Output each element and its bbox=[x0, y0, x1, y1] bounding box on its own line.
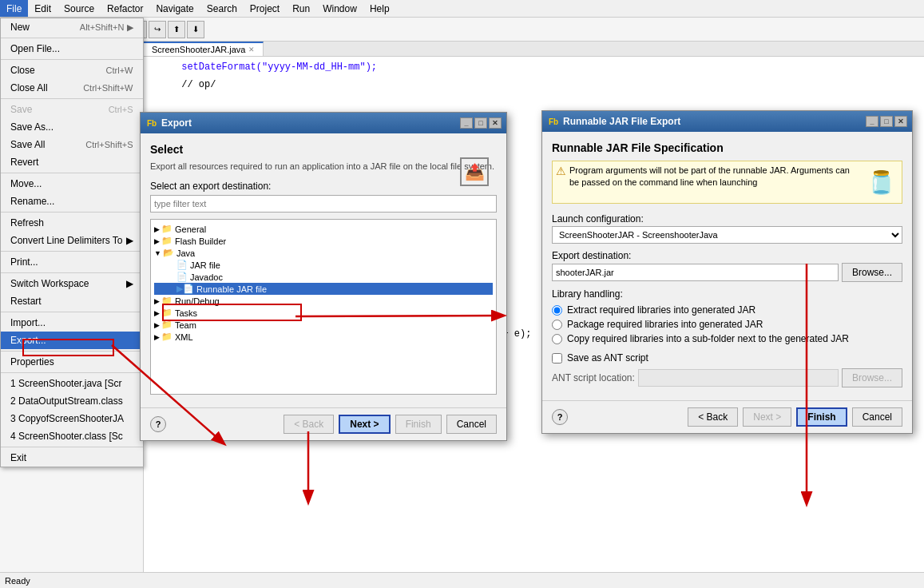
tree-item-team[interactable]: ▶📁Team bbox=[154, 319, 493, 331]
browse-dest-btn[interactable]: Browse... bbox=[842, 263, 902, 282]
menu-file[interactable]: File bbox=[0, 0, 28, 17]
jar-dialog-header: Runnable JAR File Specification bbox=[552, 141, 902, 154]
export-titlebar-controls: _ □ ✕ bbox=[460, 117, 502, 129]
menu-rename[interactable]: Rename... bbox=[1, 193, 143, 210]
menu-close[interactable]: Close Ctrl+W bbox=[1, 62, 143, 79]
jar-warning-text: Program arguments will not be part of th… bbox=[569, 165, 857, 189]
radio-package-input[interactable] bbox=[552, 320, 562, 330]
menu-move[interactable]: Move... bbox=[1, 175, 143, 193]
tree-item-xml[interactable]: ▶📁XML bbox=[154, 331, 493, 343]
menu-recent-2[interactable]: 2 DataOutputStream.class bbox=[1, 392, 143, 410]
radio-copy-input[interactable] bbox=[552, 334, 562, 344]
filter-row: Select an export destination: bbox=[150, 181, 497, 213]
menubar: File Edit Source Refactor Navigate Searc… bbox=[0, 0, 924, 18]
radio-copy-label: Copy required libraries into a sub-folde… bbox=[567, 333, 849, 344]
menu-run[interactable]: Run bbox=[286, 0, 316, 17]
toolbar-btn-8[interactable]: ↪ bbox=[149, 21, 166, 38]
tab-screenshooter[interactable]: ScreenShooterJAR.java ✕ bbox=[144, 42, 264, 56]
launch-config-select[interactable]: ScreenShooterJAR - ScreenshooterJava bbox=[552, 226, 902, 244]
menu-close-all[interactable]: Close All Ctrl+Shift+W bbox=[1, 79, 143, 97]
menu-print[interactable]: Print... bbox=[1, 253, 143, 271]
export-next-btn[interactable]: Next > bbox=[339, 415, 390, 434]
tree-item-javadoc[interactable]: 📄Javadoc bbox=[154, 271, 493, 283]
export-titlebar-icon: Fb bbox=[145, 117, 158, 129]
menu-recent-3[interactable]: 3 CopyofScreenShooterJA bbox=[1, 410, 143, 427]
jar-icon: 🫙 bbox=[863, 165, 898, 200]
menu-help[interactable]: Help bbox=[363, 0, 396, 17]
menu-source[interactable]: Source bbox=[58, 0, 101, 17]
radio-extract-input[interactable] bbox=[552, 305, 562, 316]
tree-item-java[interactable]: ▼📂Java bbox=[154, 247, 493, 259]
jar-close-btn[interactable]: ✕ bbox=[894, 116, 907, 127]
menu-open-file[interactable]: Open File... bbox=[1, 40, 143, 58]
jar-footer-buttons: < Back Next > Finish Cancel bbox=[688, 407, 902, 427]
export-footer-buttons: < Back Next > Finish Cancel bbox=[284, 415, 497, 434]
jar-cancel-btn[interactable]: Cancel bbox=[852, 407, 902, 427]
jar-minimize-btn[interactable]: _ bbox=[866, 116, 878, 127]
tree-item-tasks[interactable]: ▶📁Tasks bbox=[154, 307, 493, 319]
export-close-btn[interactable]: ✕ bbox=[489, 117, 502, 129]
ant-location-input[interactable] bbox=[638, 369, 839, 387]
export-dest-label: Export destination: bbox=[552, 250, 902, 261]
export-dialog-titlebar: Fb Export _ □ ✕ bbox=[141, 113, 506, 133]
menu-refresh[interactable]: Refresh bbox=[1, 214, 143, 232]
jar-back-btn[interactable]: < Back bbox=[688, 407, 738, 427]
toolbar-btn-10[interactable]: ⬇ bbox=[187, 21, 204, 38]
radio-extract[interactable]: Extract required libraries into generate… bbox=[552, 303, 902, 317]
export-help-btn[interactable]: ? bbox=[150, 416, 166, 432]
tree-item-runnablejar[interactable]: ▶📄Runnable JAR file bbox=[154, 283, 493, 295]
menu-exit[interactable]: Exit bbox=[1, 449, 143, 467]
tree-item-flashbuilder[interactable]: ▶📁Flash Builder bbox=[154, 235, 493, 247]
export-dialog-footer: ? < Back Next > Finish Cancel bbox=[141, 407, 506, 440]
menu-search[interactable]: Search bbox=[200, 0, 244, 17]
menu-switch-workspace[interactable]: Switch Workspace ▶ bbox=[1, 275, 143, 292]
filter-label: Select an export destination: bbox=[150, 181, 497, 192]
menu-save-all[interactable]: Save All Ctrl+Shift+S bbox=[1, 136, 143, 153]
menu-restart[interactable]: Restart bbox=[1, 292, 143, 310]
export-dialog-content: Select Export all resources required to … bbox=[141, 133, 506, 404]
jar-next-btn: Next > bbox=[743, 407, 791, 427]
filter-input[interactable] bbox=[150, 195, 497, 213]
tree-item-general[interactable]: ▶📁General bbox=[154, 223, 493, 235]
radio-package[interactable]: Package required libraries into generate… bbox=[552, 317, 902, 332]
export-back-btn[interactable]: < Back bbox=[284, 415, 334, 434]
export-finish-btn: Finish bbox=[395, 415, 442, 434]
export-dest-input[interactable] bbox=[552, 264, 839, 281]
export-tree[interactable]: ▶📁General▶📁Flash Builder▼📂Java📄JAR file📄… bbox=[150, 219, 497, 395]
menu-save: Save Ctrl+S bbox=[1, 101, 143, 118]
jar-help-btn[interactable]: ? bbox=[552, 409, 568, 425]
jar-maximize-btn[interactable]: □ bbox=[880, 116, 893, 127]
export-dialog-title: Export bbox=[161, 117, 192, 129]
menu-window[interactable]: Window bbox=[316, 0, 363, 17]
menu-edit[interactable]: Edit bbox=[28, 0, 58, 17]
save-ant-row: Save as ANT script bbox=[552, 352, 902, 364]
menu-export[interactable]: Export... bbox=[1, 332, 143, 349]
menu-navigate[interactable]: Navigate bbox=[149, 0, 200, 17]
menu-properties[interactable]: Properties bbox=[1, 353, 143, 371]
jar-dialog-title: Runnable JAR File Export bbox=[563, 116, 680, 127]
export-icon: 📤 bbox=[455, 153, 494, 191]
export-minimize-btn[interactable]: _ bbox=[460, 117, 473, 129]
library-radio-group: Extract required libraries into generate… bbox=[552, 303, 902, 346]
save-ant-checkbox[interactable] bbox=[552, 353, 562, 364]
menu-recent-4[interactable]: 4 ScreenShooter.class [Sc bbox=[1, 427, 143, 445]
jar-warning: ⚠ Program arguments will not be part of … bbox=[552, 161, 902, 204]
launch-config-label: Launch configuration: bbox=[552, 213, 902, 224]
menu-revert[interactable]: Revert bbox=[1, 153, 143, 171]
menu-new[interactable]: New Alt+Shift+N ▶ bbox=[1, 18, 143, 36]
menu-save-as[interactable]: Save As... bbox=[1, 118, 143, 136]
jar-finish-btn[interactable]: Finish bbox=[796, 407, 847, 427]
jar-dialog-titlebar: Fb Runnable JAR File Export _ □ ✕ bbox=[542, 111, 912, 132]
toolbar-btn-9[interactable]: ⬆ bbox=[168, 21, 185, 38]
tree-item-jarfile[interactable]: 📄JAR file bbox=[154, 259, 493, 271]
export-maximize-btn[interactable]: □ bbox=[474, 117, 487, 129]
tree-item-rundebug[interactable]: ▶📁Run/Debug bbox=[154, 295, 493, 307]
menu-import[interactable]: Import... bbox=[1, 314, 143, 332]
menu-convert[interactable]: Convert Line Delimiters To ▶ bbox=[1, 232, 143, 249]
menu-recent-1[interactable]: 1 ScreenShooter.java [Scr bbox=[1, 375, 143, 392]
tab-close-icon[interactable]: ✕ bbox=[248, 46, 255, 54]
menu-refactor[interactable]: Refactor bbox=[101, 0, 149, 17]
menu-project[interactable]: Project bbox=[244, 0, 286, 17]
radio-copy[interactable]: Copy required libraries into a sub-folde… bbox=[552, 332, 902, 346]
export-cancel-btn[interactable]: Cancel bbox=[446, 415, 497, 434]
